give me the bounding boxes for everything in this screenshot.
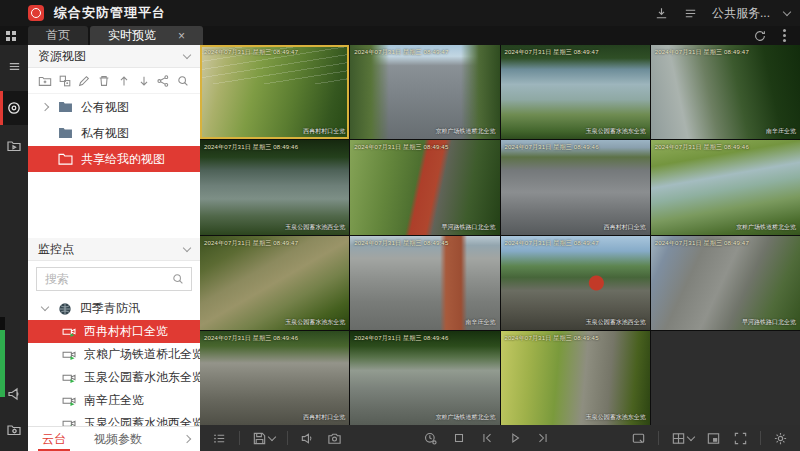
move-up-icon[interactable] (117, 74, 131, 88)
collapse-icon[interactable] (183, 50, 191, 58)
folder-settings-icon[interactable] (0, 415, 28, 445)
app-title: 综合安防管理平台 (54, 4, 166, 22)
tile-timestamp: 2024年07月31日 星期三 08:49:47 (204, 239, 298, 248)
chevron-down-icon[interactable] (687, 432, 695, 440)
tree-item-label: 共享给我的视图 (81, 151, 165, 168)
tab-video-params[interactable]: 视频参数 (80, 427, 156, 451)
video-tile[interactable]: 2024年07月31日 星期三 08:49:46 西冉村村口全览 (501, 140, 650, 234)
video-tile[interactable]: 2024年07月31日 星期三 08:49:46 京粮广场铁道桥北全览 (350, 331, 499, 425)
tree-item-public-views[interactable]: 公有视图 (28, 94, 200, 120)
share-icon[interactable] (156, 74, 170, 88)
snapshot-icon[interactable] (327, 431, 342, 446)
camera-label: 西冉村村口全览 (84, 323, 168, 340)
tile-caption: 玉泉公园蓄水池西全览 (285, 223, 345, 232)
add-view-icon[interactable] (58, 74, 72, 88)
folder-icon (58, 153, 73, 165)
globe-icon (58, 302, 72, 316)
tree-item-shared-views[interactable]: 共享给我的视图 (28, 146, 200, 172)
video-tile[interactable]: 2024年07月31日 星期三 08:49:47 玉泉公园蓄水池东全览 (200, 236, 349, 330)
video-tile[interactable]: 2024年07月31日 星期三 08:49:46 京粮广场铁道桥北全览 (651, 140, 800, 234)
audio-icon[interactable] (300, 431, 315, 446)
monitor-points-header[interactable]: 监控点 (28, 238, 200, 261)
video-tile[interactable]: 2024年07月31日 星期三 08:49:46 西冉村村口全览 (200, 331, 349, 425)
camera-icon (62, 372, 77, 383)
tab-live-preview[interactable]: 实时预览 × (90, 26, 203, 45)
tab-home[interactable]: 首页 (28, 26, 88, 45)
settings-gear-icon[interactable] (773, 431, 788, 446)
move-down-icon[interactable] (137, 74, 151, 88)
camera-item[interactable]: 京粮广场铁道桥北全览 (28, 343, 200, 366)
rail-menu-icon[interactable] (0, 51, 28, 81)
collapse-icon[interactable] (40, 307, 50, 310)
tile-caption: 早河路铁路口北全览 (442, 223, 496, 232)
camera-item[interactable]: 玉泉公园蓄水池东全览 (28, 366, 200, 389)
tile-timestamp: 2024年07月31日 星期三 08:49:46 (354, 334, 448, 343)
next-page-icon[interactable] (536, 431, 550, 445)
edit-icon[interactable] (77, 74, 91, 88)
folder-icon (58, 101, 73, 113)
rail-live-view-icon[interactable] (0, 91, 28, 125)
stream-list-icon[interactable] (212, 431, 227, 446)
more-options-icon[interactable] (783, 34, 786, 37)
video-tile[interactable]: 2024年07月31日 星期三 08:49:45 南辛庄全览 (350, 236, 499, 330)
left-rail (0, 45, 28, 451)
video-tile-empty[interactable] (651, 331, 800, 425)
camera-item[interactable]: 西冉村村口全览 (28, 320, 200, 343)
tab-live-preview-label: 实时预览 (108, 27, 156, 44)
tile-caption: 玉泉公园蓄水池东全览 (586, 127, 646, 136)
tile-timestamp: 2024年07月31日 星期三 08:49:47 (505, 239, 599, 248)
tree-item-private-views[interactable]: 私有视图 (28, 120, 200, 146)
volume-meter[interactable] (0, 317, 5, 397)
tile-caption: 南辛庄全览 (466, 318, 496, 327)
collapse-icon[interactable] (183, 243, 191, 251)
tree-group-sijiqing[interactable]: 四季青防汛 (28, 297, 200, 320)
video-tile[interactable]: 2024年07月31日 星期三 08:49:47 玉泉公园蓄水池东全览 (501, 45, 650, 139)
app-window: 综合安防管理平台 公共服务... 首页 实时预览 × (0, 0, 800, 451)
camera-icon (62, 349, 77, 360)
view-toolbar (28, 68, 200, 94)
download-icon[interactable] (654, 6, 669, 21)
chevron-down-icon[interactable] (783, 7, 791, 15)
tree-item-label: 私有视图 (81, 125, 129, 142)
previous-page-icon[interactable] (480, 431, 494, 445)
delete-icon[interactable] (97, 74, 111, 88)
expand-panel-icon[interactable] (183, 435, 191, 443)
sidebar: 资源视图 (28, 45, 200, 451)
tab-ptz[interactable]: 云台 (28, 427, 80, 451)
grid-menu-icon[interactable] (0, 26, 28, 45)
video-tile[interactable]: 2024年07月31日 星期三 08:49:45 玉泉公园蓄水池东全览 (501, 331, 650, 425)
search-icon[interactable] (171, 272, 185, 286)
chevron-down-icon[interactable] (268, 432, 276, 440)
group-label: 四季青防汛 (80, 300, 140, 317)
play-icon[interactable] (508, 431, 522, 445)
camera-item[interactable]: 南辛庄全览 (28, 389, 200, 412)
video-tile[interactable]: 2024年07月31日 星期三 08:49:47 南辛庄全览 (651, 45, 800, 139)
save-view-button[interactable] (252, 431, 275, 446)
user-menu[interactable]: 公共服务... (712, 5, 770, 22)
tile-caption: 西冉村村口全览 (303, 413, 345, 422)
video-tile[interactable]: 2024年07月31日 星期三 08:49:47 早河路铁路口北全览 (651, 236, 800, 330)
stop-all-icon[interactable] (452, 431, 466, 445)
add-folder-icon[interactable] (38, 74, 52, 88)
menu-icon[interactable] (683, 6, 698, 21)
video-stage: 2024年07月31日 星期三 08:49:47 西冉村村口全览 2024年07… (200, 45, 800, 451)
resource-view-title: 资源视图 (38, 48, 86, 65)
video-tile[interactable]: 2024年07月31日 星期三 08:49:47 玉泉公园蓄水池西全览 (501, 236, 650, 330)
video-tile[interactable]: 2024年07月31日 星期三 08:49:47 京粮广场铁道桥北全览 (350, 45, 499, 139)
camera-label: 玉泉公园蓄水池东全览 (84, 369, 200, 386)
resource-view-header[interactable]: 资源视图 (28, 45, 200, 68)
window-layout-icon[interactable] (671, 431, 694, 446)
video-tile[interactable]: 2024年07月31日 星期三 08:49:45 早河路铁路口北全览 (350, 140, 499, 234)
search-input[interactable] (43, 271, 171, 287)
tab-close-icon[interactable]: × (178, 29, 185, 43)
search-icon[interactable] (176, 74, 190, 88)
rail-view-folder-icon[interactable] (0, 131, 28, 161)
expand-icon[interactable] (40, 104, 50, 110)
fullscreen-icon[interactable] (733, 431, 748, 446)
pip-layout-icon[interactable] (706, 431, 721, 446)
close-all-windows-icon[interactable] (631, 431, 646, 446)
video-tile[interactable]: 2024年07月31日 星期三 08:49:47 西冉村村口全览 (200, 45, 349, 139)
video-tile[interactable]: 2024年07月31日 星期三 08:49:46 玉泉公园蓄水池西全览 (200, 140, 349, 234)
timed-preview-icon[interactable] (423, 431, 438, 446)
refresh-icon[interactable] (753, 29, 767, 43)
